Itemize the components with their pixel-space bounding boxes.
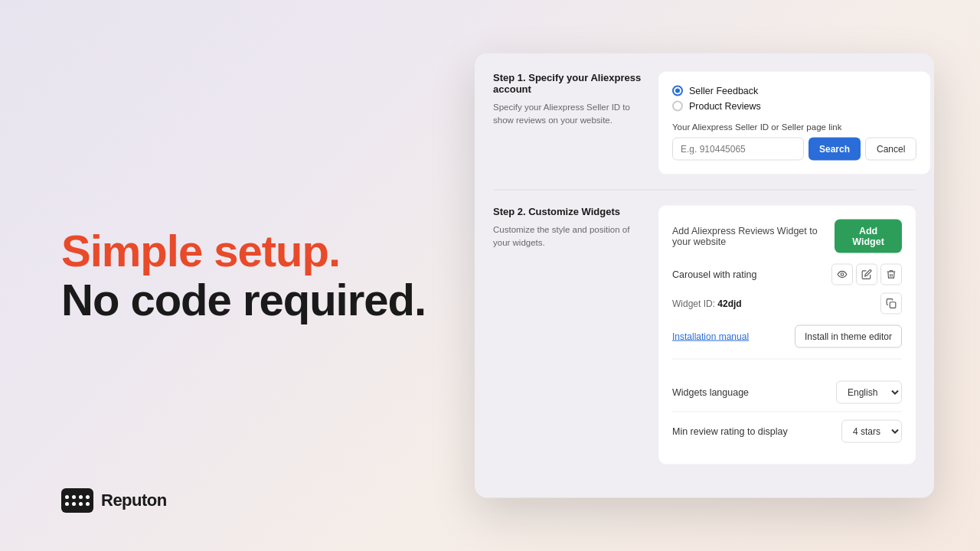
widget-id-text: Widget ID: 42djd (672, 298, 742, 309)
widgets-language-row: Widgets language English French German S… (672, 373, 902, 412)
logo-dots (65, 495, 90, 507)
widgets-language-label: Widgets language (672, 387, 749, 398)
step1-title: Step 1. Specify your Aliexpress account (493, 72, 646, 95)
logo-icon (61, 488, 93, 513)
widget-row: Carousel with rating (672, 264, 902, 285)
radio-seller-feedback-label: Seller Feedback (689, 86, 758, 96)
step2-section: Step 2. Customize Widgets Customize the … (493, 206, 916, 465)
min-rating-select[interactable]: 4 stars 3 stars 5 stars All (841, 420, 902, 443)
widget-copy-id-button[interactable] (880, 293, 902, 315)
svg-point-0 (841, 273, 844, 276)
widget-name: Carousel with rating (672, 269, 756, 280)
radio-seller-feedback[interactable]: Seller Feedback (672, 86, 916, 96)
widget-edit-button[interactable] (856, 264, 877, 285)
step2-description: Customize the style and position of your… (493, 223, 646, 250)
logo-dot (79, 502, 83, 506)
logo-dot (72, 502, 76, 506)
installation-manual-link[interactable]: Installation manual (672, 331, 749, 342)
step2-left: Step 2. Customize Widgets Customize the … (493, 206, 646, 465)
step2-right: Add Aliexpress Reviews Widget to your we… (658, 206, 916, 465)
widgets-language-select[interactable]: English French German Spanish (836, 381, 902, 404)
step1-description: Specify your Aliexpress Seller ID to sho… (493, 101, 646, 128)
left-section: Simple setup. No code required. (61, 227, 426, 324)
step1-left: Step 1. Specify your Aliexpress account … (493, 72, 646, 174)
headline-line1: Simple setup. (61, 227, 426, 276)
install-editor-button[interactable]: Install in theme editor (795, 325, 902, 348)
svg-rect-1 (890, 302, 896, 308)
step1-right: Seller Feedback Product Reviews Your Ali… (658, 72, 930, 174)
widget-delete-button[interactable] (880, 264, 902, 285)
step2-title: Step 2. Customize Widgets (493, 206, 646, 217)
widget-actions (831, 264, 902, 285)
logo-dot (79, 495, 83, 499)
logo-dot (72, 495, 76, 499)
search-row: Search Cancel (672, 138, 916, 161)
app-container: Step 1. Specify your Aliexpress account … (475, 54, 934, 498)
add-widget-label: Add Aliexpress Reviews Widget to your we… (672, 226, 835, 247)
logo-text: Reputon (101, 491, 167, 510)
widget-header: Add Aliexpress Reviews Widget to your we… (672, 220, 902, 253)
headline-line2: No code required. (61, 276, 426, 324)
widget-id-row: Widget ID: 42djd (672, 293, 902, 315)
logo-dot (65, 502, 69, 506)
radio-product-reviews[interactable]: Product Reviews (672, 101, 916, 112)
radio-group: Seller Feedback Product Reviews (672, 86, 916, 112)
logo: Reputon (61, 488, 167, 513)
step1-section: Step 1. Specify your Aliexpress account … (493, 72, 916, 174)
installation-row: Installation manual Install in theme edi… (672, 325, 902, 360)
seller-id-input[interactable] (672, 138, 804, 161)
widget-id-value: 42djd (717, 298, 741, 309)
radio-seller-feedback-input[interactable] (672, 86, 683, 96)
search-button[interactable]: Search (808, 138, 861, 161)
logo-dot (86, 495, 90, 499)
seller-id-label: Your Aliexpress Seller ID or Seller page… (672, 122, 916, 132)
radio-product-reviews-label: Product Reviews (689, 101, 761, 112)
widget-view-button[interactable] (831, 264, 853, 285)
radio-product-reviews-input[interactable] (672, 101, 683, 112)
step-divider (493, 190, 916, 191)
min-rating-row: Min review rating to display 4 stars 3 s… (672, 412, 902, 451)
logo-dot (65, 495, 69, 499)
add-widget-button[interactable]: Add Widget (835, 220, 902, 253)
logo-dot (86, 502, 90, 506)
min-rating-label: Min review rating to display (672, 426, 788, 437)
cancel-button[interactable]: Cancel (865, 138, 916, 161)
